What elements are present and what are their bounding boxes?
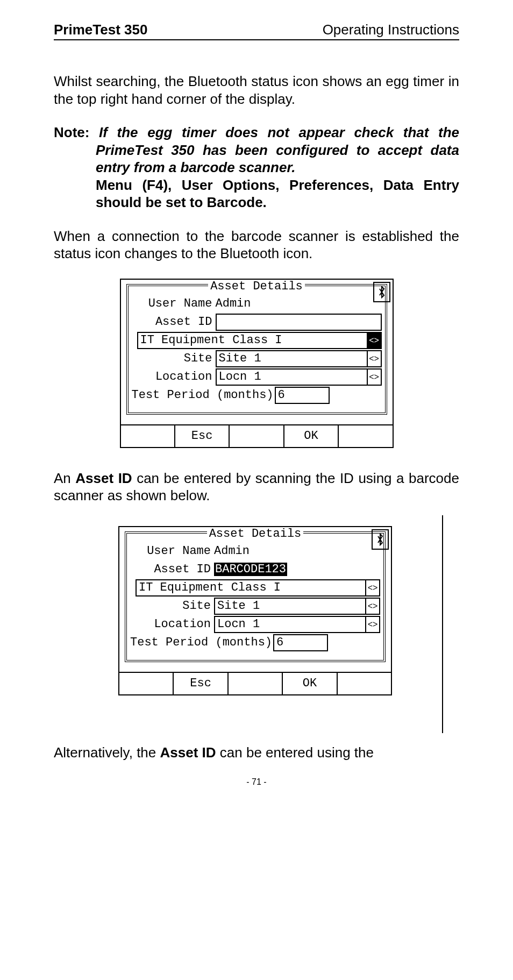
username-value: Admin: [214, 544, 380, 558]
site-label: Site: [130, 599, 214, 613]
note-bold-text: Menu (F4), User Options, Preferences, Da…: [54, 176, 459, 211]
username-label: User Name: [130, 544, 214, 558]
softkey-ok[interactable]: OK: [284, 425, 339, 447]
equipment-selector[interactable]: IT Equipment Class I <>: [137, 332, 382, 349]
softkey-5[interactable]: [338, 673, 391, 694]
username-value: Admin: [216, 297, 382, 310]
panel-title: Asset Details: [207, 527, 304, 541]
location-selector[interactable]: Locn 1 <>: [216, 368, 382, 386]
header-subtitle: Operating Instructions: [323, 22, 459, 38]
note-block: Note: If the egg timer does not appear c…: [54, 124, 459, 211]
assetid-input[interactable]: [216, 314, 382, 331]
paragraph-3: An Asset ID can be entered by scanning t…: [54, 470, 459, 505]
location-value: Locn 1: [217, 617, 260, 631]
softkey-1[interactable]: [119, 673, 174, 694]
location-selector[interactable]: Locn 1 <>: [214, 616, 380, 633]
equipment-selector[interactable]: IT Equipment Class I <>: [136, 579, 380, 596]
testperiod-input[interactable]: 6: [275, 387, 330, 404]
site-value: Site 1: [217, 599, 260, 613]
note-italic-text: If the egg timer does not appear check t…: [96, 124, 459, 175]
paragraph-4: Alternatively, the Asset ID can be enter…: [54, 744, 459, 762]
note-label: Note:: [54, 124, 89, 140]
location-label: Location: [132, 370, 216, 384]
softkey-esc[interactable]: Esc: [175, 425, 230, 447]
equipment-value: IT Equipment Class I: [140, 333, 282, 347]
testperiod-input[interactable]: 6: [273, 634, 328, 651]
assetid-value: BARCODE123: [214, 563, 380, 576]
vertical-divider: [442, 515, 443, 733]
assetid-label: Asset ID: [132, 315, 216, 329]
softkey-1[interactable]: [121, 425, 175, 447]
bluetooth-icon: [373, 282, 390, 302]
softkey-esc[interactable]: Esc: [174, 673, 228, 694]
softkey-3[interactable]: [230, 425, 284, 447]
softkey-bar: Esc OK: [121, 424, 393, 447]
device-screen-1: Asset Details User Name Admin Asset ID I…: [120, 279, 394, 448]
testperiod-label: Test Period (months): [132, 388, 275, 402]
panel-title: Asset Details: [208, 280, 305, 293]
site-label: Site: [132, 352, 216, 365]
page-number: - 71 -: [54, 777, 459, 787]
device-screen-2: Asset Details User Name Admin Asset ID B…: [118, 526, 392, 695]
softkey-5[interactable]: [339, 425, 392, 447]
paragraph-2: When a connection to the barcode scanner…: [54, 228, 459, 262]
softkey-3[interactable]: [229, 673, 283, 694]
equipment-value: IT Equipment Class I: [139, 581, 281, 594]
header-title: PrimeTest 350: [54, 22, 147, 38]
testperiod-label: Test Period (months): [130, 636, 273, 649]
chevron-leftright-icon[interactable]: <>: [366, 598, 380, 615]
site-selector[interactable]: Site 1 <>: [214, 598, 380, 615]
chevron-leftright-icon[interactable]: <>: [366, 579, 380, 596]
softkey-bar: Esc OK: [119, 672, 391, 694]
bluetooth-icon: [372, 529, 389, 550]
assetid-label: Asset ID: [130, 563, 214, 576]
page-header: PrimeTest 350 Operating Instructions: [54, 22, 459, 40]
softkey-ok[interactable]: OK: [283, 673, 337, 694]
site-value: Site 1: [219, 352, 261, 365]
paragraph-1: Whilst searching, the Bluetooth status i…: [54, 73, 459, 108]
chevron-leftright-icon[interactable]: <>: [366, 616, 380, 633]
chevron-leftright-icon[interactable]: <>: [368, 368, 382, 386]
chevron-leftright-icon[interactable]: <>: [368, 350, 382, 367]
chevron-leftright-icon[interactable]: <>: [368, 332, 382, 349]
location-value: Locn 1: [219, 370, 261, 384]
username-label: User Name: [132, 297, 216, 310]
location-label: Location: [130, 617, 214, 631]
site-selector[interactable]: Site 1 <>: [216, 350, 382, 367]
